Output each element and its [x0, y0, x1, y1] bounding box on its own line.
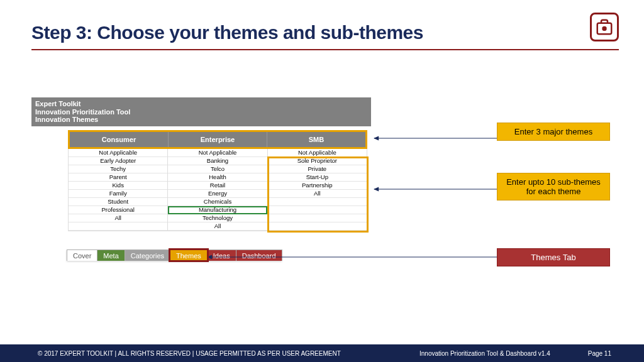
- footer-page: Page 11: [588, 350, 611, 357]
- footer-copyright: © 2017 EXPERT TOOLKIT | ALL RIGHTS RESER…: [38, 350, 341, 357]
- theme-cell[interactable]: Manufacturing: [168, 206, 267, 214]
- theme-cell[interactable]: Early Adopter: [69, 157, 167, 165]
- theme-cell[interactable]: All: [268, 190, 367, 198]
- theme-cell[interactable]: Not Applicable: [168, 149, 267, 157]
- theme-cell[interactable]: [69, 222, 167, 231]
- slide-footer: © 2017 EXPERT TOOLKIT | ALL RIGHTS RESER…: [0, 344, 644, 362]
- theme-header-cell: SMB: [267, 132, 365, 147]
- theme-cell[interactable]: Parent: [69, 173, 167, 182]
- theme-cell[interactable]: Health: [168, 173, 267, 182]
- theme-cell[interactable]: Technology: [168, 214, 267, 222]
- sheet-tab-categories[interactable]: Categories: [125, 250, 170, 261]
- callout-tab: Themes Tab: [497, 248, 610, 266]
- theme-cell[interactable]: Chemicals: [168, 198, 267, 206]
- theme-cell[interactable]: Energy: [168, 190, 267, 198]
- theme-cell[interactable]: Not Applicable: [69, 149, 167, 157]
- theme-column: Not ApplicableEarly AdopterTechyParentKi…: [69, 149, 168, 231]
- theme-cell[interactable]: Private: [268, 165, 367, 173]
- theme-header-cell: Enterprise: [169, 132, 267, 147]
- sheet-tab-ideas[interactable]: Ideas: [207, 250, 236, 261]
- theme-cell[interactable]: All: [168, 222, 267, 231]
- theme-cell[interactable]: Partnership: [268, 182, 367, 190]
- sheet-tab-cover[interactable]: Cover: [67, 250, 97, 261]
- sheet-tabs: CoverMetaCategoriesThemesIdeasDashboard: [67, 250, 282, 261]
- theme-cell[interactable]: [268, 198, 367, 206]
- page-title: Step 3: Choose your themes and sub-theme…: [31, 22, 594, 43]
- arrow-subthemes: [368, 186, 497, 192]
- svg-point-1: [602, 26, 607, 31]
- footer-product: Innovation Prioritization Tool & Dashboa…: [419, 350, 550, 357]
- callout-subthemes: Enter upto 10 sub-themes for each theme: [497, 173, 610, 200]
- theme-cell[interactable]: Techy: [69, 165, 167, 173]
- brand-logo-icon: [590, 13, 619, 41]
- header-line2: Innovation Prioritization Tool: [35, 108, 367, 116]
- theme-cell[interactable]: Banking: [168, 157, 267, 165]
- arrow-themes: [368, 135, 497, 141]
- theme-cell[interactable]: Not Applicable: [268, 149, 367, 157]
- title-divider: [31, 49, 619, 50]
- header-line3: Innovation Themes: [35, 116, 367, 124]
- sheet-tab-dashboard[interactable]: Dashboard: [236, 250, 282, 261]
- theme-cell[interactable]: Retail: [168, 182, 267, 190]
- theme-cell[interactable]: [268, 206, 367, 214]
- sheet-tab-themes[interactable]: Themes: [170, 250, 208, 261]
- header-line1: Expert Toolkit: [35, 100, 367, 108]
- theme-cell[interactable]: [268, 214, 367, 222]
- theme-header-cell: Consumer: [70, 132, 169, 147]
- theme-column: Not ApplicableSole ProprietorPrivateStar…: [268, 149, 367, 231]
- theme-cell[interactable]: Start-Up: [268, 173, 367, 182]
- theme-cell[interactable]: All: [69, 214, 167, 222]
- screenshot-header: Expert Toolkit Innovation Prioritization…: [31, 97, 371, 126]
- theme-headers: ConsumerEnterpriseSMB: [68, 130, 367, 149]
- sheet-tab-meta[interactable]: Meta: [97, 250, 125, 261]
- theme-table: Not ApplicableEarly AdopterTechyParentKi…: [68, 149, 367, 231]
- theme-cell[interactable]: [268, 222, 367, 231]
- theme-cell[interactable]: Professional: [69, 206, 167, 214]
- theme-cell[interactable]: Telco: [168, 165, 267, 173]
- theme-cell[interactable]: Sole Proprietor: [268, 157, 367, 165]
- theme-column: Not ApplicableBankingTelcoHealthRetailEn…: [168, 149, 267, 231]
- theme-cell[interactable]: Kids: [69, 182, 167, 190]
- theme-cell[interactable]: Student: [69, 198, 167, 206]
- theme-cell[interactable]: Family: [69, 190, 167, 198]
- callout-themes-header: Enter 3 major themes: [497, 123, 610, 141]
